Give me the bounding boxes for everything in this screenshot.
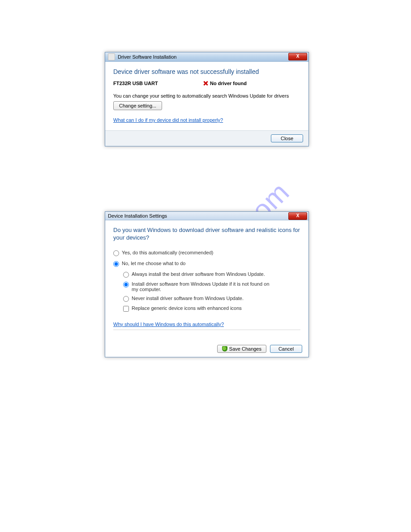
dialog2-headline: Do you want Windows to download driver s… [113,227,300,242]
device-status-text: No driver found [210,81,247,86]
radio-sub-installif[interactable] [123,282,129,287]
device-settings-dialog: Device Installation Settings X Do you wa… [105,211,309,357]
radio-sub-always-label: Always install the best driver software … [132,271,265,277]
sub-options-group: Always install the best driver software … [123,271,300,312]
driver-install-dialog: Driver Software Installation X Device dr… [105,52,309,146]
dialog1-body: Device driver software was not successfu… [105,62,308,127]
dialog2-title: Device Installation Settings [108,213,167,219]
dialog2-titlebar: Device Installation Settings X [105,212,308,220]
radio-no-label: No, let me choose what to do [122,261,185,266]
radio-yes[interactable] [113,250,119,256]
radio-yes-label: Yes, do this automatically (recommended) [122,250,213,255]
dialog2-footer: Save Changes Cancel [105,341,308,357]
checkbox-icons-row[interactable]: Replace generic device icons with enhanc… [123,305,300,312]
save-changes-label: Save Changes [229,346,261,352]
dialog1-headline: Device driver software was not successfu… [113,68,300,75]
dialog1-close-button[interactable]: X [288,53,307,60]
help-link-dialog1[interactable]: What can I do if my device did not insta… [113,117,223,123]
installer-icon [108,53,115,60]
dialog1-footer: Close [105,130,308,146]
radio-sub-always-row[interactable]: Always install the best driver software … [123,271,300,278]
search-update-text: You can change your setting to automatic… [113,93,300,99]
radio-sub-never[interactable] [123,296,129,302]
dialog1-titlebar: Driver Software Installation X [105,52,308,62]
dialog1-title: Driver Software Installation [118,54,176,60]
device-status-row: FT232R USB UART No driver found [113,81,300,86]
radio-yes-row[interactable]: Yes, do this automatically (recommended) [113,250,300,256]
radio-no[interactable] [113,261,119,267]
radio-sub-never-label: Never install driver software from Windo… [132,296,244,301]
radio-sub-installif-row[interactable]: Install driver software from Windows Upd… [123,281,300,292]
checkbox-icons-label: Replace generic device icons with enhanc… [132,305,242,311]
radio-sub-never-row[interactable]: Never install driver software from Windo… [123,296,300,302]
device-name-text: FT232R USB UART [113,81,203,86]
change-setting-button[interactable]: Change setting... [113,101,162,110]
dialog2-divider [113,330,300,330]
radio-no-row[interactable]: No, let me choose what to do [113,261,300,267]
dialog1-close-footer-button[interactable]: Close [271,134,303,142]
dialog2-close-button[interactable]: X [288,212,307,220]
help-link-dialog2[interactable]: Why should I have Windows do this automa… [113,322,224,327]
save-changes-button[interactable]: Save Changes [217,345,266,353]
error-x-icon [203,81,208,86]
radio-sub-installif-label: Install driver software from Windows Upd… [132,281,275,292]
dialog2-body: Do you want Windows to download driver s… [105,220,308,334]
radio-sub-always[interactable] [123,272,129,278]
shield-icon [222,346,227,352]
cancel-button[interactable]: Cancel [270,345,302,353]
device-status: No driver found [203,81,247,86]
checkbox-icons[interactable] [123,306,129,312]
